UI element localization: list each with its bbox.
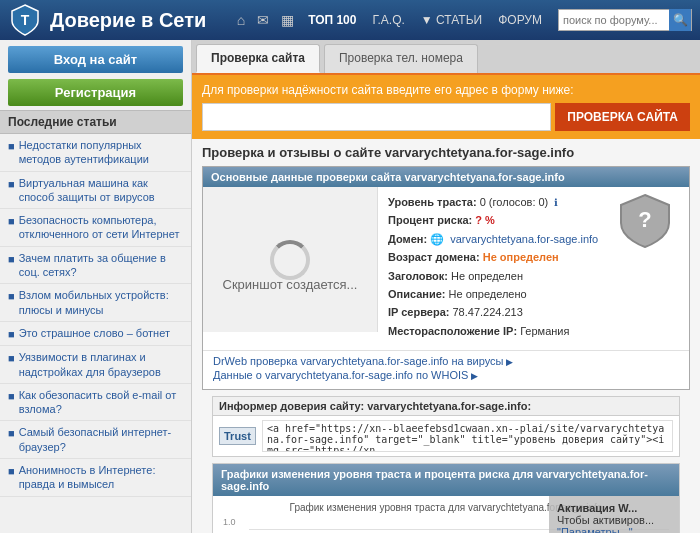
spinner-ring <box>270 240 310 280</box>
domain-age-value: Не определен <box>483 251 559 263</box>
search-button[interactable]: 🔍 <box>669 9 691 31</box>
informer-code[interactable]: <a href="https://xn--blaeefebsd1cwaan.xn… <box>262 420 673 452</box>
header-value: Не определен <box>451 270 523 282</box>
nav-faq[interactable]: Г.А.Q. <box>366 11 410 29</box>
sidebar-article-item[interactable]: ■Недостатки популярных методов аутентифи… <box>0 134 191 172</box>
results-title: Проверка и отзывы о сайте varvarychtetya… <box>202 145 690 160</box>
trust-level-value: 0 <box>480 196 486 208</box>
site-logo-text: Доверие в Сети <box>50 9 206 32</box>
graph-header: Графики изменения уровня траста и процен… <box>213 464 679 496</box>
check-site-banner: Для проверки надёжности сайта введите ег… <box>192 75 700 139</box>
sidebar: Вход на сайт Регистрация Последние стать… <box>0 40 192 533</box>
article-title: Уязвимости в плагинах и надстройках для … <box>19 350 183 379</box>
loading-spinner <box>270 240 310 280</box>
sidebar-articles-title: Последние статьи <box>0 110 191 134</box>
sidebar-article-item[interactable]: ■Зачем платить за общение в соц. сетях? <box>0 247 191 285</box>
informer-body: Trust <a href="https://xn--blaeefebsd1cw… <box>213 416 679 456</box>
search-box: 🔍 <box>558 9 692 31</box>
bullet-icon: ■ <box>8 252 15 266</box>
article-title: Это страшное слово – ботнет <box>19 326 170 340</box>
activation-link[interactable]: "Параметры..." <box>557 526 671 533</box>
sidebar-article-item[interactable]: ■Анонимность в Интернете: правда и вымыс… <box>0 459 191 497</box>
article-title: Самый безопасный интернет-браузер? <box>19 425 183 454</box>
bullet-icon: ■ <box>8 389 15 403</box>
bullet-icon: ■ <box>8 214 15 228</box>
article-title: Взлом мобильных устройств: плюсы и минус… <box>19 288 183 317</box>
domain-age-label: Возраст домена: <box>388 251 483 263</box>
sidebar-article-item[interactable]: ■Безопасность компьютера, отключенного о… <box>0 209 191 247</box>
logo-shield-icon: T <box>8 3 42 37</box>
article-title: Как обезопасить свой e-mail от взлома? <box>19 388 183 417</box>
graph-y-label-1: 1.0 <box>223 517 236 527</box>
content-area: Проверка сайта Проверка тел. номера Для … <box>192 40 700 533</box>
domain-value-link[interactable]: varvarychtetyana.for-sage.info <box>450 233 598 245</box>
percent-risk-label: Процент риска: <box>388 214 475 226</box>
drweb-link[interactable]: DrWeb проверка varvarychtetyana.for-sage… <box>213 355 679 367</box>
login-button[interactable]: Вход на сайт <box>8 46 183 73</box>
sidebar-article-item[interactable]: ■Это страшное слово – ботнет <box>0 322 191 346</box>
trust-level-label: Уровень траста: <box>388 196 480 208</box>
header: T Доверие в Сети ⌂ ✉ ▦ ТОП 100 Г.А.Q. ▼ … <box>0 0 700 40</box>
article-title: Зачем платить за общение в соц. сетях? <box>19 251 183 280</box>
url-input[interactable] <box>202 103 551 131</box>
nav-top100[interactable]: ТОП 100 <box>302 11 362 29</box>
sidebar-article-item[interactable]: ■Виртуальная машина как способ защиты от… <box>0 172 191 210</box>
sidebar-article-item[interactable]: ■Самый безопасный интернет-браузер? <box>0 421 191 459</box>
results-title-prefix: Проверка и отзывы о сайте <box>202 145 385 160</box>
percent-risk-value: ? % <box>475 214 495 226</box>
sidebar-articles-list: ■Недостатки популярных методов аутентифи… <box>0 134 191 497</box>
informer-title-prefix: Информер доверия сайту: <box>219 400 367 412</box>
description-value: Не определено <box>449 288 527 300</box>
informer-section: Информер доверия сайту: varvarychtetyana… <box>212 396 680 457</box>
trust-level-suffix: (голосов: 0) <box>489 196 548 208</box>
activation-overlay: Активация W... Чтобы активиров... "Парам… <box>549 496 679 533</box>
activation-text: Чтобы активиров... <box>557 514 671 526</box>
nav-forum[interactable]: ФОРУМ <box>492 11 548 29</box>
results-domain: varvarychtetyana.for-sage.info <box>385 145 574 160</box>
domain-age-row: Возраст домена: Не определен <box>388 250 679 265</box>
bullet-icon: ■ <box>8 139 15 153</box>
description-row: Описание: Не определено <box>388 287 679 302</box>
register-button[interactable]: Регистрация <box>8 79 183 106</box>
data-panel-header-prefix: Основные данные проверки сайта <box>211 171 405 183</box>
main-layout: Вход на сайт Регистрация Последние стать… <box>0 40 700 533</box>
help-icon[interactable]: ℹ <box>554 197 558 208</box>
location-value: Германия <box>520 325 569 337</box>
check-site-form: ПРОВЕРКА САЙТА <box>202 103 690 131</box>
article-title: Анонимность в Интернете: правда и вымысе… <box>19 463 183 492</box>
search-input[interactable] <box>559 14 669 26</box>
tab-check-site[interactable]: Проверка сайта <box>196 44 320 73</box>
bullet-icon: ■ <box>8 327 15 341</box>
check-site-description: Для проверки надёжности сайта введите ег… <box>202 83 690 97</box>
whois-link[interactable]: Данные о varvarychtetyana.for-sage.info … <box>213 369 679 381</box>
grid-icon[interactable]: ▦ <box>277 10 298 30</box>
bullet-icon: ■ <box>8 464 15 478</box>
ip-row: IP сервера: 78.47.224.213 <box>388 305 679 320</box>
activation-title: Активация W... <box>557 502 671 514</box>
data-panel-header-domain: varvarychtetyana.for-sage.info <box>405 171 565 183</box>
tab-check-phone[interactable]: Проверка тел. номера <box>324 44 478 73</box>
sidebar-article-item[interactable]: ■Взлом мобильных устройств: плюсы и мину… <box>0 284 191 322</box>
sidebar-article-item[interactable]: ■Уязвимости в плагинах и надстройках для… <box>0 346 191 384</box>
data-panel: Основные данные проверки сайта varvarych… <box>202 166 690 390</box>
informer-icon-box: Trust <box>219 427 256 445</box>
nav-area: ⌂ ✉ ▦ ТОП 100 Г.А.Q. ▼ СТАТЬИ ФОРУМ 🔍 <box>233 9 692 31</box>
informer-domain: varvarychtetyana.for-sage.info: <box>367 400 531 412</box>
ip-label: IP сервера: <box>388 306 453 318</box>
svg-text:T: T <box>21 12 30 28</box>
logo-area: T Доверие в Сети <box>8 3 233 37</box>
article-title: Безопасность компьютера, отключенного от… <box>19 213 183 242</box>
bullet-icon: ■ <box>8 426 15 440</box>
location-row: Месторасположение IP: Германия <box>388 324 679 339</box>
description-label: Описание: <box>388 288 449 300</box>
informer-title: Информер доверия сайту: varvarychtetyana… <box>213 397 679 416</box>
nav-articles[interactable]: ▼ СТАТЬИ <box>415 11 488 29</box>
article-title: Виртуальная машина как способ защиты от … <box>19 176 183 205</box>
data-panel-header: Основные данные проверки сайта varvarych… <box>203 167 689 187</box>
home-icon[interactable]: ⌂ <box>233 10 249 30</box>
bullet-icon: ■ <box>8 289 15 303</box>
check-site-button[interactable]: ПРОВЕРКА САЙТА <box>555 103 690 131</box>
mail-icon[interactable]: ✉ <box>253 10 273 30</box>
sidebar-article-item[interactable]: ■Как обезопасить свой e-mail от взлома? <box>0 384 191 422</box>
location-label: Месторасположение IP: <box>388 325 520 337</box>
